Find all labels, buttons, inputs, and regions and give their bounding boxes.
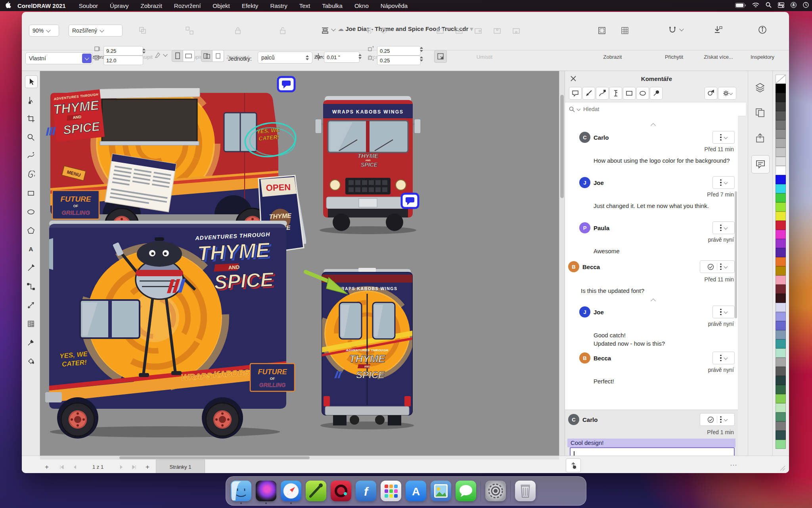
swatch[interactable] — [776, 330, 786, 339]
swatch[interactable] — [776, 193, 786, 202]
swatch[interactable] — [776, 166, 786, 175]
view-mode-select[interactable]: Rozšířený — [69, 25, 123, 37]
treat-as-filled-button[interactable] — [434, 50, 447, 63]
swatch[interactable] — [776, 266, 786, 275]
zoom-level-select[interactable]: 90% — [29, 25, 59, 37]
swatch[interactable] — [776, 202, 786, 212]
nudge-field[interactable]: 0.01 " — [324, 52, 360, 63]
swatch[interactable] — [776, 367, 786, 376]
truck-side-bottom-artwork[interactable]: ADVENTURES THROUGH THYME THYME AND SPICE… — [42, 217, 306, 441]
status-overflow-icon[interactable]: ⋯ — [730, 461, 738, 470]
freehand-tool[interactable] — [25, 150, 37, 162]
connector-tool[interactable] — [25, 281, 37, 292]
draw-tool-button[interactable] — [596, 87, 609, 100]
page-preset-select[interactable]: Vlastní — [25, 52, 93, 64]
pages-tab[interactable]: Stránky 1 — [156, 460, 205, 473]
ellipse-annotation-button[interactable] — [636, 87, 649, 100]
preset-dropdown-button[interactable] — [82, 54, 92, 63]
swatch[interactable] — [776, 440, 786, 449]
polygon-tool[interactable] — [25, 225, 37, 237]
text-tool[interactable]: A — [25, 243, 37, 255]
dock-system-preferences-icon[interactable] — [485, 481, 506, 501]
navigate-comments-button[interactable] — [705, 87, 717, 100]
swatch[interactable] — [776, 102, 786, 111]
hscrollbar[interactable] — [40, 456, 559, 460]
menu-item-rastry[interactable]: Rastry — [264, 2, 293, 9]
menu-item-rozvrzeni[interactable]: Rozvržení — [168, 2, 207, 9]
comment-marker-2[interactable] — [400, 192, 419, 212]
swatch[interactable] — [776, 212, 786, 221]
menu-item-objekt[interactable]: Objekt — [207, 2, 236, 9]
truck-front-artwork[interactable]: WRAPS KABOBS WINGS THYME AND SPICE — [314, 94, 421, 237]
dock-photo-paint-icon[interactable] — [331, 481, 351, 501]
swatch[interactable] — [776, 120, 786, 129]
duplicate-x-field[interactable]: 0.25 — [377, 46, 421, 56]
current-page-button[interactable] — [212, 50, 224, 62]
swatch[interactable] — [776, 376, 786, 385]
swatch[interactable] — [776, 403, 786, 412]
swatch[interactable] — [776, 358, 786, 367]
menu-item-okno[interactable]: Okno — [349, 2, 375, 9]
objects-docker-icon[interactable] — [755, 108, 765, 119]
landscape-button[interactable] — [183, 50, 195, 62]
menu-item-soubor[interactable]: Soubor — [73, 2, 104, 9]
swatch[interactable] — [776, 157, 786, 166]
menu-item-efekty[interactable]: Efekty — [236, 2, 264, 9]
text-annotation-button[interactable] — [609, 87, 622, 100]
dock-corel-capture-icon[interactable] — [306, 481, 326, 501]
interactive-fill-tool[interactable] — [25, 355, 37, 367]
nib-dropdown-icon[interactable] — [153, 50, 163, 60]
canvas-vscrollbar[interactable] — [559, 71, 565, 456]
swatch[interactable] — [776, 184, 786, 193]
dock-finder-icon[interactable] — [231, 481, 251, 501]
swatch[interactable] — [776, 257, 786, 266]
layers-docker-icon[interactable] — [755, 82, 765, 94]
menu-app-name[interactable]: CorelDRAW 2021 — [13, 2, 73, 9]
comment-anchor-button[interactable] — [566, 458, 581, 472]
zoom-tool[interactable] — [25, 131, 37, 143]
dock-trash-icon[interactable] — [515, 481, 536, 501]
duplicate-y-field[interactable]: 0.25 — [377, 56, 421, 65]
comment-marker-1[interactable] — [277, 76, 296, 95]
dock-app-store-icon[interactable]: A — [406, 481, 426, 501]
nudge-stepper[interactable] — [358, 54, 362, 59]
dock-coreldraw-icon[interactable] — [256, 481, 276, 501]
inspectors-icon[interactable] — [757, 25, 768, 35]
page-width-field[interactable]: 9.25 — [103, 46, 143, 56]
swatch[interactable] — [776, 394, 786, 403]
pen-tool[interactable] — [25, 262, 37, 274]
dock-safari-icon[interactable] — [281, 481, 301, 501]
export-docker-icon[interactable] — [755, 133, 765, 145]
menu-item-text[interactable]: Text — [293, 2, 316, 9]
swatch[interactable] — [776, 285, 786, 294]
swatch[interactable] — [776, 294, 786, 303]
add-page-button[interactable]: + — [45, 463, 49, 471]
mesh-fill-tool[interactable] — [25, 318, 37, 330]
comments-settings-button[interactable] — [718, 87, 736, 100]
crop-tool[interactable] — [25, 113, 37, 125]
snap-magnet-icon[interactable] — [667, 25, 678, 35]
swatch[interactable] — [776, 230, 786, 239]
apple-menu-icon[interactable] — [0, 2, 13, 10]
comment-resolve-menu[interactable] — [700, 413, 735, 426]
resize-grip[interactable] — [780, 466, 785, 471]
page-size-stepper[interactable] — [142, 48, 146, 54]
swatch-none[interactable] — [776, 75, 786, 84]
swatch[interactable] — [776, 221, 786, 230]
comment-resolve-menu[interactable] — [700, 260, 735, 273]
comment-list-scrollbar[interactable] — [735, 120, 737, 406]
portrait-button[interactable] — [172, 50, 184, 62]
swatch[interactable] — [776, 339, 786, 348]
resolve-check-icon[interactable] — [707, 264, 714, 270]
menu-item-tabulka[interactable]: Tabulka — [316, 2, 349, 9]
eyedropper-tool[interactable] — [25, 337, 37, 348]
comment-menu[interactable] — [712, 352, 735, 364]
swatch[interactable] — [776, 412, 786, 421]
pick-tool[interactable] — [25, 75, 38, 88]
control-center-icon[interactable] — [778, 2, 784, 9]
dimension-tool[interactable] — [25, 299, 37, 311]
comment-menu[interactable] — [712, 176, 735, 189]
shape-tool[interactable] — [25, 94, 37, 106]
get-more-icon[interactable] — [713, 25, 724, 35]
swatch[interactable] — [776, 129, 786, 139]
